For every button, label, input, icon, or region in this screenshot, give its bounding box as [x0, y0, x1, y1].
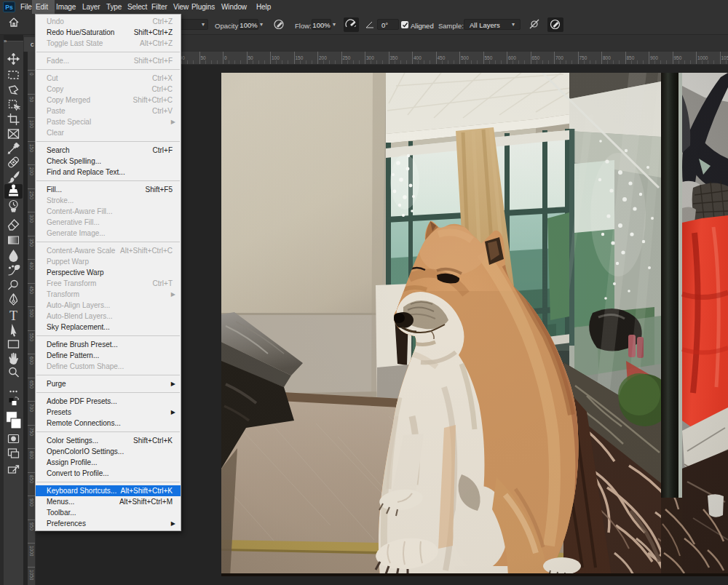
svg-text:T: T: [9, 309, 17, 323]
